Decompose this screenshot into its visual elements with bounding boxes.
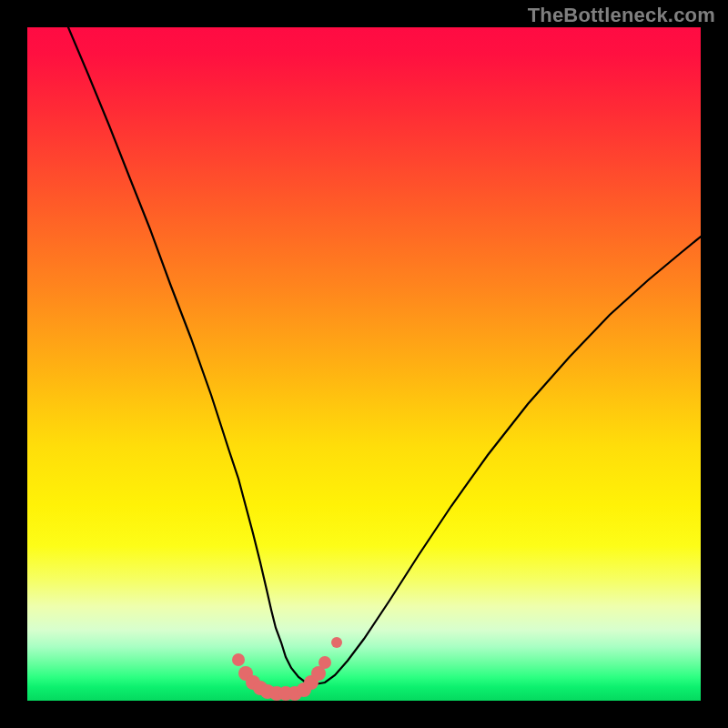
curve-svg: [27, 27, 701, 701]
highlight-marker: [331, 637, 342, 648]
highlight-marker: [318, 656, 331, 669]
plot-area: [27, 27, 701, 701]
watermark-text: TheBottleneck.com: [528, 4, 715, 27]
highlight-markers: [232, 637, 342, 701]
bottleneck-curve: [68, 27, 701, 684]
highlight-marker: [232, 653, 245, 666]
chart-stage: TheBottleneck.com: [0, 0, 728, 728]
